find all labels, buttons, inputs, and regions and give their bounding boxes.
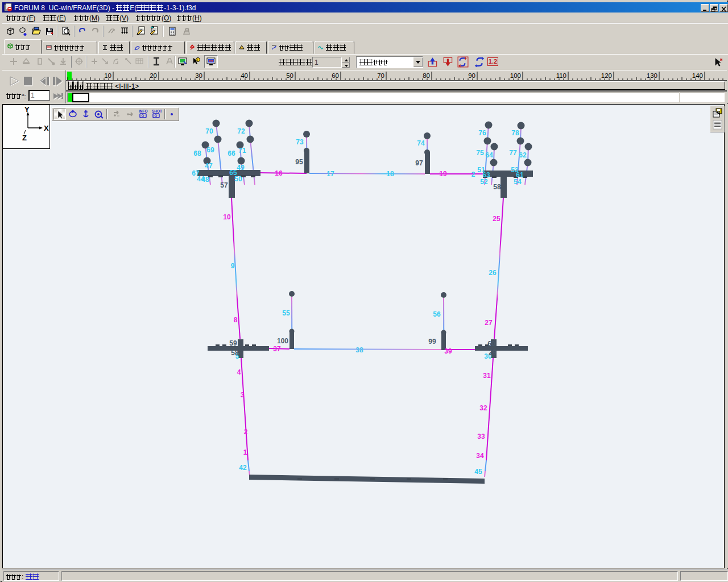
svg-text:70: 70	[377, 72, 384, 79]
svg-text:16: 16	[275, 169, 283, 177]
svg-text:74: 74	[417, 139, 425, 147]
svg-text:57: 57	[220, 181, 228, 189]
svg-text:76: 76	[478, 129, 486, 137]
svg-text:58: 58	[493, 183, 501, 191]
svg-text:8: 8	[234, 316, 238, 324]
svg-text:40: 40	[241, 72, 248, 79]
svg-text:18: 18	[386, 170, 394, 178]
svg-text:97: 97	[415, 159, 423, 167]
svg-text:130: 130	[647, 72, 657, 79]
svg-text:60: 60	[332, 72, 339, 79]
svg-text:60: 60	[487, 340, 495, 348]
svg-text:1: 1	[243, 448, 247, 456]
svg-text:100: 100	[510, 72, 521, 79]
svg-text:29: 29	[489, 348, 497, 356]
svg-text:75: 75	[476, 149, 484, 157]
svg-text:120: 120	[601, 72, 612, 79]
svg-text:47: 47	[205, 162, 213, 170]
svg-text:37: 37	[273, 345, 281, 353]
svg-text:62: 62	[519, 151, 527, 159]
svg-text:4: 4	[237, 368, 241, 376]
svg-text:20: 20	[150, 72, 157, 79]
svg-text:58: 58	[231, 349, 239, 357]
svg-text:56: 56	[433, 310, 441, 318]
svg-text:i: i	[197, 58, 198, 61]
svg-text:19: 19	[439, 170, 447, 178]
svg-text:72: 72	[237, 127, 245, 135]
svg-text:10: 10	[104, 72, 111, 79]
svg-text:66: 66	[228, 149, 235, 157]
svg-text:34: 34	[476, 452, 484, 460]
svg-text:70: 70	[205, 127, 213, 135]
svg-text:48: 48	[201, 176, 209, 184]
svg-text:78: 78	[511, 129, 519, 137]
svg-text:68: 68	[193, 149, 201, 157]
svg-text:17: 17	[326, 170, 334, 178]
svg-text:26: 26	[489, 269, 497, 277]
svg-text:25: 25	[493, 215, 500, 223]
svg-text:38: 38	[355, 346, 363, 354]
svg-text:31: 31	[483, 372, 491, 380]
svg-text:2: 2	[471, 171, 475, 178]
svg-text:54: 54	[514, 178, 522, 186]
svg-text:32: 32	[479, 404, 487, 412]
svg-text:9: 9	[231, 262, 235, 270]
svg-text:80: 80	[423, 72, 430, 79]
svg-text:45: 45	[474, 468, 482, 476]
svg-text:100: 100	[277, 337, 288, 345]
svg-text:64: 64	[485, 151, 493, 159]
svg-text:59: 59	[229, 339, 237, 347]
svg-text:90: 90	[468, 72, 475, 79]
svg-text:42: 42	[239, 464, 247, 472]
svg-text:30: 30	[195, 72, 202, 79]
svg-text:50: 50	[286, 72, 293, 79]
svg-text:10: 10	[223, 213, 231, 221]
svg-text:110: 110	[556, 72, 566, 79]
svg-text:99: 99	[428, 338, 436, 346]
svg-text:52: 52	[480, 178, 488, 186]
svg-text:27: 27	[485, 319, 493, 327]
svg-text:49: 49	[237, 164, 245, 172]
svg-text:95: 95	[295, 158, 303, 166]
svg-text:69: 69	[206, 146, 214, 154]
svg-text:55: 55	[282, 309, 290, 317]
svg-text:77: 77	[509, 149, 517, 157]
svg-text:71: 71	[238, 147, 246, 155]
svg-text:3: 3	[241, 391, 245, 399]
svg-text:140: 140	[692, 72, 703, 79]
svg-text:39: 39	[444, 347, 452, 355]
svg-text:2: 2	[244, 428, 248, 436]
svg-text:33: 33	[477, 433, 485, 440]
svg-text:50: 50	[234, 175, 242, 183]
svg-text:73: 73	[296, 138, 304, 146]
